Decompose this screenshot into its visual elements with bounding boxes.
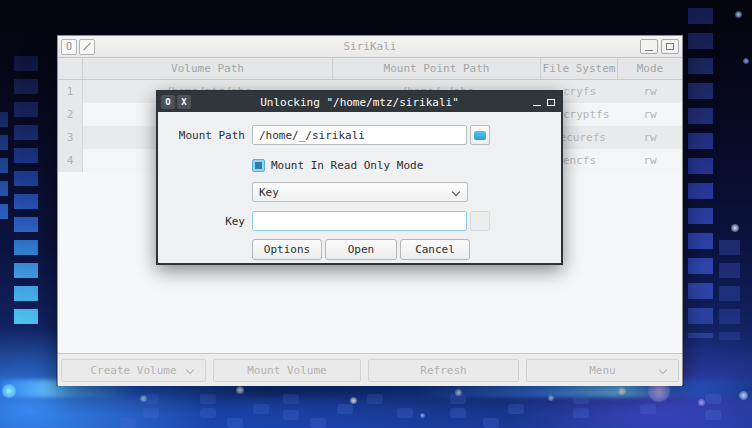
cell-mode[interactable]: rw [618,149,682,172]
wallpaper-cell [283,410,299,420]
mount-path-label: Mount Path [158,129,245,142]
wallpaper-cell [200,408,216,418]
wallpaper-cell [397,408,413,418]
wallpaper-glow-dot [236,386,244,394]
unlock-dialog: O X Unlocking "/home/mtz/sirikali" Mount… [156,90,563,265]
cell-mode[interactable]: rw [618,103,682,126]
wallpaper-glow-dot [735,11,742,18]
read-only-checkbox[interactable] [252,159,265,172]
wallpaper-glow-dot [420,413,425,418]
wallpaper-glow-dot [2,384,16,398]
row-number: 4 [58,149,83,172]
wallpaper-led-strip [14,56,38,324]
column-header-file-system[interactable]: File System [541,58,618,79]
menu-button[interactable]: Menu [526,359,679,382]
wallpaper-led-strip [688,8,713,338]
wallpaper-cell [508,404,524,414]
options-button[interactable]: Options [252,239,322,260]
footer-button-bar: Create Volume Mount Volume Refresh Menu [58,353,682,386]
wallpaper-cell [450,408,466,418]
dialog-maximize-button[interactable] [547,99,555,106]
column-header-volume-path[interactable]: Volume Path [83,58,333,79]
wallpaper-glow-dot [698,399,705,406]
key-type-combobox[interactable]: Key [252,182,468,202]
open-button[interactable]: Open [325,239,397,260]
wallpaper-glow-dot [350,397,357,404]
wallpaper-glow-dot [739,391,748,400]
create-volume-button[interactable]: Create Volume [61,359,206,382]
menu-label: Menu [589,364,616,377]
wallpaper-glow-dot [743,58,749,64]
cell-mode[interactable]: rw [618,80,682,103]
wallpaper-cell [640,404,656,414]
mount-path-input[interactable] [252,125,467,145]
table-header-row: Volume Path Mount Point Path File System… [58,58,682,80]
app-icon[interactable]: O [61,39,77,55]
wallpaper-led-strip [719,240,740,340]
maximize-button[interactable] [661,39,679,54]
column-header-mount-point-path[interactable]: Mount Point Path [333,58,541,79]
key-type-selected: Key [259,186,279,199]
refresh-button[interactable]: Refresh [368,359,519,382]
wallpaper-glow-dot [618,387,626,395]
cancel-button[interactable]: Cancel [400,239,470,260]
close-icon[interactable]: X [177,95,191,109]
drive-icon [474,131,486,140]
dialog-titlebar[interactable]: O X Unlocking "/home/mtz/sirikali" [158,92,561,112]
row-number: 1 [58,80,83,103]
refresh-label: Refresh [420,364,466,377]
dialog-minimize-button[interactable] [533,99,541,106]
wallpaper-cell [705,410,721,420]
wallpaper-cell [337,404,353,414]
resize-arrow-icon[interactable] [79,39,95,55]
wallpaper-cell [573,394,589,404]
read-only-label: Mount In Read Only Mode [271,159,423,172]
create-volume-label: Create Volume [90,364,176,377]
wallpaper-cell [283,394,299,404]
wallpaper-cell [367,394,383,404]
wallpaper-glow-dot [731,224,739,232]
wallpaper-cell [705,394,721,404]
minimize-button[interactable] [640,39,658,54]
chevron-down-icon [186,365,194,373]
wallpaper-cell [227,418,243,428]
browse-folder-button[interactable] [470,125,490,145]
row-number: 3 [58,126,83,149]
key-input[interactable] [252,211,467,231]
column-header-mode[interactable]: Mode [618,58,682,79]
row-number-header [58,58,83,79]
wallpaper-glow-dot [548,395,554,401]
wallpaper-cell [253,404,269,414]
wallpaper-cell [310,418,326,428]
wallpaper-cell [200,394,216,404]
dialog-menu-icon[interactable]: O [161,95,175,109]
wallpaper-cell [143,408,159,418]
row-number: 2 [58,103,83,126]
wallpaper-led-strip [0,112,8,222]
dialog-body: Mount Path Mount In Read Only Mode Key K… [158,112,561,263]
wallpaper-cell [573,408,589,418]
mount-volume-button[interactable]: Mount Volume [213,359,361,382]
chevron-down-icon [452,188,460,196]
chevron-down-icon [659,365,667,373]
wallpaper-cell [120,418,136,428]
mount-volume-label: Mount Volume [247,364,326,377]
wallpaper-cell [483,418,499,428]
cell-mode[interactable]: rw [618,126,682,149]
window-title: SiriKali [58,40,682,53]
dialog-title: Unlocking "/home/mtz/sirikali" [158,96,561,109]
key-label: Key [158,215,245,228]
key-visibility-button[interactable] [470,211,490,231]
main-titlebar[interactable]: O SiriKali [58,36,682,58]
wallpaper-glow-dot [455,389,462,396]
wallpaper-glow-dot [140,395,147,402]
